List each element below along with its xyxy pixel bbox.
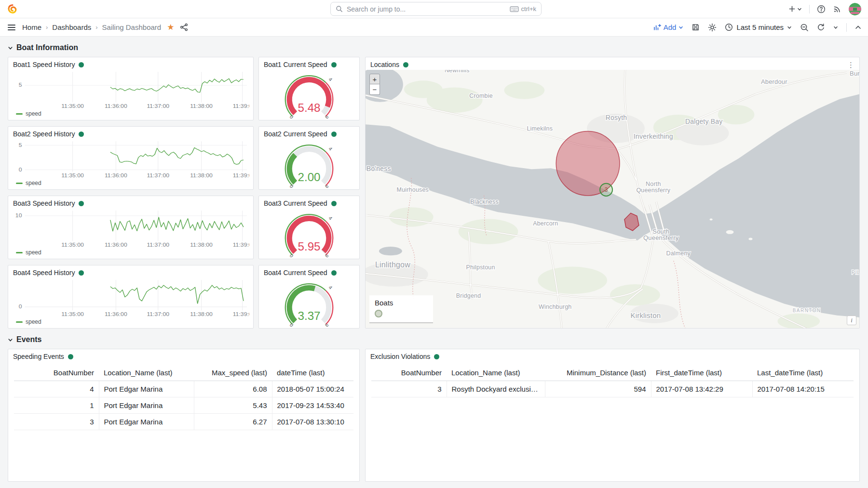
- table-cell: 2017-07-08 13:30:10: [272, 414, 353, 430]
- time-series-chart[interactable]: 11:35:0011:36:0011:37:0011:38:0011:39:05…: [8, 139, 253, 179]
- menu-toggle[interactable]: [7, 24, 16, 31]
- map-legend: Boats: [369, 295, 433, 323]
- series-legend[interactable]: speed: [8, 109, 253, 117]
- time-series-chart[interactable]: 11:35:0011:36:0011:37:0011:38:0011:39:00: [8, 278, 253, 317]
- boat-cluster-count: 3: [605, 186, 608, 193]
- table-row: 1Port Edgar Marina5.432017-09-23 14:53:4…: [14, 397, 353, 414]
- map-zoom-in-button[interactable]: +: [369, 74, 380, 84]
- health-dot: [79, 62, 84, 67]
- time-series-chart[interactable]: 11:35:0011:36:0011:37:0011:38:0011:39:05: [8, 70, 253, 109]
- column-header[interactable]: BoatNumber: [371, 365, 447, 381]
- breadcrumb-dashboards[interactable]: Dashboards: [52, 23, 91, 31]
- column-header[interactable]: Location_Name (last): [447, 365, 545, 381]
- share-icon[interactable]: [180, 23, 188, 31]
- speeding-events-table: BoatNumberLocation_Name (last)Max_speed …: [14, 365, 353, 430]
- gauge-scale-label: 0: [289, 114, 295, 120]
- column-header[interactable]: First_dateTime (last): [651, 365, 752, 381]
- column-header[interactable]: Location_Name (last): [99, 365, 194, 381]
- panel-menu-icon[interactable]: ⋮: [847, 61, 854, 68]
- column-header[interactable]: Last_dateTime (last): [752, 365, 854, 381]
- grafana-logo[interactable]: [7, 3, 18, 14]
- panel-boat3-current-speed: Boat3 Current Speed0465.95: [258, 196, 360, 259]
- map-label: Philpstoun: [466, 264, 495, 271]
- map-label: Newmills: [445, 70, 469, 74]
- table-cell: 2018-05-07 15:00:24: [272, 381, 353, 397]
- map-label: Abercorn: [533, 220, 558, 227]
- save-dashboard-icon[interactable]: [692, 23, 700, 31]
- series-legend[interactable]: speed: [8, 317, 253, 325]
- map-label: Dalmeny: [666, 250, 691, 257]
- boats-layer-swatch: [375, 310, 382, 317]
- panel-boat4-speed-history: Boat4 Speed History11:35:0011:36:0011:37…: [8, 265, 254, 329]
- panel-title-exclusion-violations[interactable]: Exclusion Violations: [366, 349, 859, 362]
- panel-title-locations[interactable]: Locations ⋮: [366, 57, 859, 70]
- x-axis-tick: 11:38:00: [190, 242, 213, 248]
- series-legend[interactable]: speed: [8, 248, 253, 256]
- health-dot: [331, 62, 337, 67]
- geomap[interactable]: 3 NewmillsCrombieLimekilnsRosythInverkei…: [366, 70, 859, 328]
- x-axis-tick: 11:39:0: [233, 173, 249, 178]
- panel-title[interactable]: Boat4 Current Speed: [259, 265, 359, 278]
- table-cell: Port Edgar Marina: [99, 414, 194, 430]
- refresh-icon[interactable]: [817, 23, 825, 31]
- series-legend[interactable]: speed: [8, 179, 253, 186]
- chevron-down-icon: [833, 25, 838, 30]
- refresh-interval-dropdown[interactable]: [833, 25, 838, 30]
- search-icon: [336, 5, 343, 13]
- speed-gauge: 0463.37: [259, 278, 359, 328]
- panel-title[interactable]: Boat1 Speed History: [8, 57, 253, 70]
- panel-title[interactable]: Boat3 Current Speed: [259, 196, 359, 209]
- table-cell: Port Edgar Marina: [99, 397, 194, 414]
- x-axis-tick: 11:38:00: [190, 312, 213, 317]
- speed-series-line: [110, 285, 244, 303]
- new-menu-button[interactable]: [788, 5, 802, 13]
- map-zoom-out-button[interactable]: −: [369, 84, 380, 95]
- panel-title[interactable]: Boat1 Current Speed: [259, 57, 359, 70]
- panel-title-speeding-events[interactable]: Speeding Events: [8, 349, 359, 362]
- legend-swatch: [16, 183, 23, 184]
- column-header[interactable]: Max_speed (last): [194, 365, 272, 381]
- breadcrumb-home[interactable]: Home: [22, 23, 41, 31]
- x-axis-tick: 11:35:00: [61, 312, 84, 317]
- column-header[interactable]: Minimum_Distance (last): [545, 365, 651, 381]
- x-axis-tick: 11:37:00: [147, 312, 169, 317]
- legend-swatch: [16, 252, 23, 253]
- column-header[interactable]: dateTime (last): [272, 365, 353, 381]
- help-icon[interactable]: [817, 5, 826, 13]
- favorite-star-icon[interactable]: ★: [167, 23, 174, 31]
- speed-gauge: 0465.95: [259, 209, 359, 259]
- add-button[interactable]: Add: [653, 23, 684, 31]
- panel-title[interactable]: Boat4 Speed History: [8, 265, 253, 278]
- table-cell: 6.08: [194, 381, 272, 397]
- time-picker[interactable]: Last 5 minutes: [725, 23, 792, 31]
- column-header[interactable]: BoatNumber: [14, 365, 99, 381]
- health-dot: [331, 132, 337, 137]
- collapse-toolbar-icon[interactable]: [855, 25, 861, 30]
- y-axis-tick: 5: [19, 143, 22, 148]
- section-events[interactable]: Events: [8, 335, 860, 344]
- dashboard-settings-icon[interactable]: [708, 23, 717, 32]
- panel-title[interactable]: Boat2 Current Speed: [259, 127, 359, 139]
- y-axis-tick: 5: [19, 82, 22, 88]
- map-attribution-icon[interactable]: i: [847, 316, 856, 325]
- section-boat-information[interactable]: Boat Information: [8, 43, 860, 52]
- search-input[interactable]: Search or jump to... ctrl+k: [330, 2, 542, 16]
- panel-title[interactable]: Boat3 Speed History: [8, 196, 253, 209]
- speed-panels-column: Boat1 Speed History11:35:0011:36:0011:37…: [8, 57, 360, 329]
- gauge-scale-label: 0: [289, 253, 295, 259]
- health-dot: [403, 62, 408, 67]
- panel-row: Boat3 Speed History11:35:0011:36:0011:37…: [8, 196, 360, 259]
- panel-row: Boat1 Speed History11:35:0011:36:0011:37…: [8, 57, 360, 120]
- panel-title[interactable]: Boat2 Speed History: [8, 127, 253, 139]
- avatar[interactable]: [849, 3, 861, 15]
- panel-locations: Locations ⋮: [365, 57, 860, 329]
- zoom-out-time-icon[interactable]: [800, 23, 809, 32]
- speed-series-line: [110, 217, 244, 231]
- health-dot: [434, 354, 439, 359]
- time-series-chart[interactable]: 11:35:0011:36:0011:37:0011:38:0011:39:01…: [8, 209, 253, 248]
- panel-boat2-current-speed: Boat2 Current Speed0462.00: [258, 126, 360, 190]
- legend-swatch: [16, 113, 23, 115]
- speed-gauge: 0462.00: [259, 139, 359, 189]
- news-icon[interactable]: [833, 5, 841, 13]
- speed-gauge: 0465.48: [259, 70, 359, 120]
